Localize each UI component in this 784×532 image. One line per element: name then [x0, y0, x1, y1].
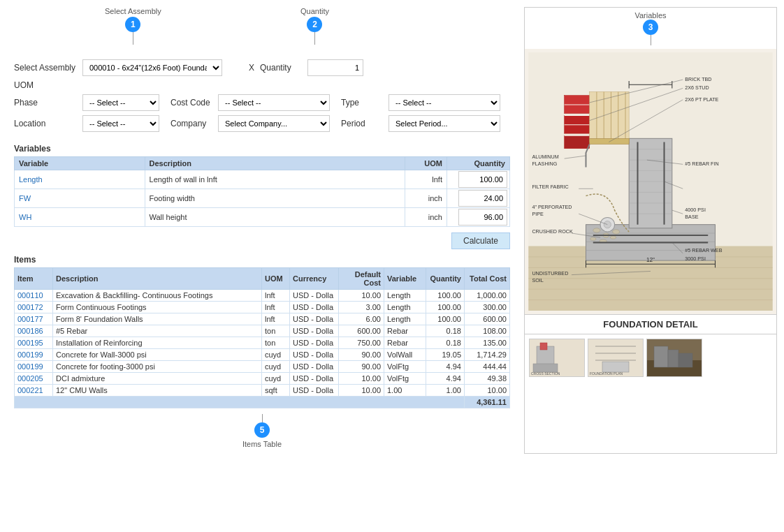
item-cell-uom: lnft: [262, 313, 290, 325]
item-cell-id: 000221: [15, 385, 53, 397]
svg-text:12": 12": [646, 257, 655, 263]
item-cell-desc: Installation of Reinforcing: [53, 337, 262, 349]
callout-bubble-2: 2: [307, 17, 322, 32]
item-cell-uom: cuyd: [262, 361, 290, 373]
svg-text:CRUSHED ROCK: CRUSHED ROCK: [532, 228, 573, 235]
item-cell-desc: Concrete for footing-3000 psi: [53, 361, 262, 373]
item-cell-total-cost: 444.44: [465, 361, 510, 373]
var-cell-variable: Length: [15, 170, 145, 189]
svg-text:ALUMINUM: ALUMINUM: [532, 154, 558, 160]
svg-point-40: [610, 236, 616, 239]
thumbnail-1: CROSS SECTION: [529, 339, 585, 377]
item-cell-id: 000195: [15, 337, 53, 349]
var-cell-description: Length of wall in lnft: [145, 170, 405, 189]
item-cell-quantity: 0.18: [426, 337, 465, 349]
var-cell-uom: lnft: [405, 170, 447, 189]
svg-text:FLASHING: FLASHING: [532, 161, 557, 167]
item-cell-uom: cuyd: [262, 373, 290, 385]
svg-text:#5 REBAR FIN: #5 REBAR FIN: [685, 161, 718, 167]
item-cell-desc: Concrete for Wall-3000 psi: [53, 349, 262, 361]
costcode-label: Cost Code: [170, 98, 212, 108]
svg-text:SOIL: SOIL: [532, 277, 543, 283]
phase-select[interactable]: -- Select --: [82, 94, 159, 111]
item-cell-variable: VolFtg: [384, 373, 426, 385]
calculate-button[interactable]: Calculate: [451, 232, 510, 249]
item-cell-id: 000177: [15, 313, 53, 325]
foundation-diagram: 12" BRICK TBD 2X6 STUD 2X6 PT PLATE ALUM…: [525, 49, 776, 314]
item-cell-id: 000186: [15, 325, 53, 337]
variables-header-row: Variable Description UOM Quantity: [15, 157, 510, 170]
item-cell-total-cost: 49.38: [465, 373, 510, 385]
item-cell-uom: lnft: [262, 302, 290, 313]
item-cell-variable: Length: [384, 313, 426, 325]
item-cell-currency: USD - Dolla: [290, 290, 339, 302]
table-row: 000172 Form Continuous Footings lnft USD…: [15, 302, 510, 313]
item-cell-variable: Length: [384, 290, 426, 302]
callout-items: 5 Items Table: [14, 408, 510, 454]
table-row: 000199 Concrete for footing-3000 psi cuy…: [15, 361, 510, 373]
item-cell-default-cost: 600.00: [339, 325, 384, 337]
svg-rect-21: [565, 135, 590, 149]
var-cell-description: Footing width: [145, 189, 405, 208]
svg-rect-89: [602, 362, 629, 372]
item-cell-quantity: 4.94: [426, 373, 465, 385]
items-total-value: 4,361.11: [465, 397, 510, 408]
item-cell-quantity: 100.00: [426, 302, 465, 313]
callout-assembly: Select Assembly 1: [105, 7, 161, 45]
x-label: X: [249, 63, 254, 73]
item-cell-quantity: 0.18: [426, 325, 465, 337]
var-qty-input[interactable]: [458, 171, 507, 188]
thumbnail-2: FOUNDATION PLAN: [588, 339, 644, 377]
items-col-variable: Variable: [384, 268, 426, 290]
item-cell-quantity: 19.05: [426, 349, 465, 361]
item-cell-quantity: 100.00: [426, 290, 465, 302]
item-cell-variable: Rebar: [384, 325, 426, 337]
var-qty-input[interactable]: [458, 209, 507, 226]
item-cell-variable: VolFtg: [384, 361, 426, 373]
location-select[interactable]: -- Select --: [82, 115, 159, 132]
item-cell-id: 000205: [15, 373, 53, 385]
item-cell-currency: USD - Dolla: [290, 349, 339, 361]
svg-text:UNDISTURBED: UNDISTURBED: [532, 270, 568, 276]
item-cell-desc: Form Continuous Footings: [53, 302, 262, 313]
svg-rect-95: [678, 353, 692, 367]
var-qty-input[interactable]: [458, 190, 507, 207]
item-cell-variable: 1.00: [384, 385, 426, 397]
item-cell-uom: lnft: [262, 290, 290, 302]
svg-point-35: [593, 228, 600, 232]
company-select[interactable]: Select Company...: [218, 115, 330, 132]
quantity-label: Quantity: [260, 63, 302, 73]
item-cell-id: 000110: [15, 290, 53, 302]
items-label: Items: [14, 255, 510, 265]
company-label: Company: [170, 119, 212, 128]
svg-rect-11: [629, 138, 672, 228]
item-cell-default-cost: 10.00: [339, 373, 384, 385]
type-label: Type: [341, 98, 383, 108]
svg-text:FOUNDATION PLAN: FOUNDATION PLAN: [590, 371, 623, 376]
item-cell-id: 000172: [15, 302, 53, 313]
svg-text:#5 REBAR WEB: #5 REBAR WEB: [685, 247, 722, 253]
quantity-input[interactable]: [307, 59, 363, 76]
var-col-uom: UOM: [405, 157, 447, 170]
callout-bubble-3: 3: [643, 20, 658, 35]
item-cell-total-cost: 135.00: [465, 337, 510, 349]
variables-row: WH Wall height inch: [15, 208, 510, 227]
item-cell-variable: Rebar: [384, 337, 426, 349]
items-col-default-cost: Default Cost: [339, 268, 384, 290]
svg-text:FILTER FABRIC: FILTER FABRIC: [532, 184, 568, 190]
var-cell-variable: WH: [15, 208, 145, 227]
items-col-uom: UOM: [262, 268, 290, 290]
items-col-description: Description: [53, 268, 262, 290]
type-select[interactable]: -- Select --: [389, 94, 500, 111]
svg-rect-94: [668, 350, 678, 367]
svg-text:BASE: BASE: [685, 214, 698, 220]
svg-point-37: [613, 230, 620, 234]
costcode-select[interactable]: -- Select --: [218, 94, 330, 111]
assembly-label: Select Assembly: [14, 63, 77, 73]
item-cell-default-cost: 10.00: [339, 290, 384, 302]
assembly-select[interactable]: 000010 - 6x24"(12x6 Foot) Founda: [82, 59, 222, 76]
items-col-total-cost: Total Cost: [465, 268, 510, 290]
item-cell-currency: USD - Dolla: [290, 373, 339, 385]
item-cell-desc: Form 8' Foundation Walls: [53, 313, 262, 325]
period-select[interactable]: Select Period...: [389, 115, 500, 132]
